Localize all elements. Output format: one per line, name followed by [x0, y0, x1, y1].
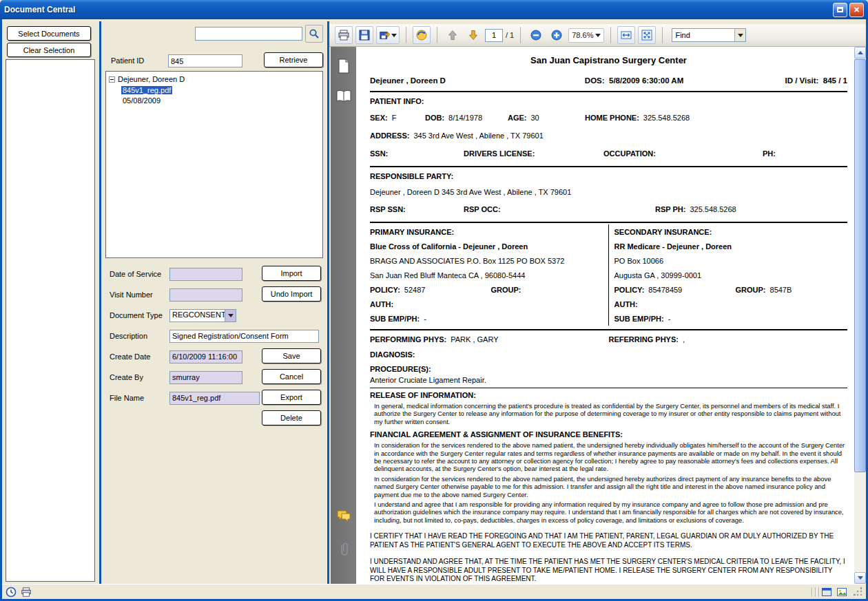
- divider: [370, 91, 847, 92]
- page-icon: [337, 58, 351, 74]
- find-combobox[interactable]: Find: [672, 28, 746, 42]
- document-type-combobox[interactable]: REGCONSENT: [169, 309, 236, 322]
- status-separator: [818, 587, 819, 597]
- search-icon: [309, 28, 320, 39]
- tree-root-label: Dejeuner, Doreen D: [118, 75, 185, 83]
- document-type-label: Document Type: [110, 311, 163, 319]
- file-name-input[interactable]: [169, 392, 260, 405]
- create-date-label: Create Date: [110, 352, 150, 361]
- save-button[interactable]: Save: [262, 348, 321, 363]
- email-document-button[interactable]: [413, 26, 431, 44]
- retrieve-button[interactable]: Retrieve: [264, 52, 323, 67]
- toolbar-separator: [610, 27, 611, 43]
- close-button[interactable]: ✕: [849, 3, 864, 17]
- window-icon: [821, 587, 832, 598]
- search-button[interactable]: [305, 25, 323, 43]
- patient-id-input[interactable]: [168, 54, 242, 67]
- image-view-button[interactable]: [836, 586, 848, 598]
- viewer-window-button[interactable]: [820, 586, 833, 598]
- resize-grip[interactable]: [854, 587, 863, 597]
- patient-id-label: Patient ID: [111, 56, 144, 65]
- secondary-insurance-column: SECONDARY INSURANCE: RR Medicare - Dejeu…: [609, 224, 848, 326]
- clear-selection-button[interactable]: Clear Selection: [7, 43, 91, 57]
- vertical-scrollbar[interactable]: [854, 47, 866, 584]
- divider: [370, 166, 847, 167]
- tree-root-node[interactable]: Dejeuner, Doreen D: [109, 74, 320, 85]
- paperclip-icon: [338, 541, 350, 558]
- date-of-service-input[interactable]: [169, 268, 242, 281]
- scroll-down-button[interactable]: [854, 572, 866, 584]
- tree-item-document[interactable]: 845v1_reg.pdf: [121, 85, 320, 95]
- print-button[interactable]: [335, 26, 353, 44]
- save-document-button[interactable]: [355, 26, 373, 44]
- find-label: Find: [672, 31, 734, 39]
- image-icon: [836, 587, 847, 598]
- physicians-row: PERFORMING PHYS:PARK , GARY REFERRING PH…: [370, 332, 847, 347]
- thumbnails-panel-button[interactable]: [335, 87, 352, 106]
- procedures-label-row: PROCEDURE(S):: [370, 362, 847, 376]
- status-separator: [815, 587, 816, 597]
- fit-page-button[interactable]: [638, 26, 656, 44]
- document-panel: Patient ID Retrieve Dejeuner, Doreen D 8…: [99, 21, 329, 584]
- procedures-value: Anterior Cruciate Ligament Repair.: [370, 376, 847, 388]
- next-page-button[interactable]: [464, 26, 482, 44]
- patient-name: Dejeuner , Doreen D: [370, 76, 585, 85]
- document-type-dropdown-button[interactable]: [225, 310, 236, 321]
- certify-paragraph: I CERTIFY THAT I HAVE READ THE FOREGOING…: [370, 532, 847, 549]
- fit-page-icon: [641, 29, 653, 41]
- chevron-down-icon: [595, 34, 601, 37]
- zoom-out-button[interactable]: [527, 26, 545, 44]
- create-by-input[interactable]: [169, 371, 242, 384]
- fit-width-icon: [620, 29, 632, 41]
- divider: [370, 329, 847, 330]
- export-document-button[interactable]: [376, 26, 400, 44]
- secondary-insurance-heading: SECONDARY INSURANCE:: [614, 228, 712, 236]
- pages-panel-button[interactable]: [335, 56, 352, 76]
- page-number-input[interactable]: [485, 29, 503, 42]
- attachments-button[interactable]: [335, 540, 352, 559]
- date-of-service: DOS: 5/8/2009 6:30:00 AM: [585, 76, 766, 85]
- description-input[interactable]: [169, 330, 319, 343]
- print-status-button[interactable]: [20, 586, 32, 598]
- find-dropdown-button[interactable]: [734, 29, 745, 41]
- cancel-button[interactable]: Cancel: [262, 369, 321, 384]
- close-icon: ✕: [854, 6, 860, 14]
- zoom-level-dropdown[interactable]: 78.6%: [568, 28, 604, 43]
- understand-paragraph: I UNDERSTAND AND AGREE THAT, AT THE TIME…: [370, 558, 847, 584]
- import-button[interactable]: Import: [262, 266, 321, 281]
- email-icon: [415, 29, 428, 41]
- title-bar: Document Central ✕: [0, 0, 868, 19]
- patient-info-row-1: SEX:F DOB:8/14/1978 AGE:30 HOME PHONE:32…: [370, 109, 847, 127]
- zoom-in-button[interactable]: [548, 26, 566, 44]
- selected-documents-list[interactable]: [6, 59, 95, 582]
- history-clock-button[interactable]: [5, 586, 17, 598]
- secondary-insurance-name: RR Medicare - Dejeuner , Doreen: [614, 242, 732, 251]
- scroll-up-button[interactable]: [854, 47, 866, 59]
- annotations-button[interactable]: [335, 507, 352, 526]
- up-arrow-icon: [858, 51, 863, 54]
- visit-number-label: Visit Number: [110, 291, 153, 299]
- export-button[interactable]: Export: [262, 390, 321, 405]
- document-form: Date of Service Visit Number Document Ty…: [105, 264, 323, 434]
- id-visit: ID / Visit: 845 / 1: [766, 76, 847, 85]
- fit-width-button[interactable]: [617, 26, 635, 44]
- minimize-button[interactable]: [833, 3, 847, 17]
- file-name-label: File Name: [110, 394, 144, 402]
- undo-import-button[interactable]: Undo Import: [262, 286, 321, 302]
- previous-page-button[interactable]: [444, 26, 462, 44]
- select-documents-button[interactable]: Select Documents: [7, 26, 91, 41]
- document-page[interactable]: San Juan Capistrano Surgery Center Dejeu…: [356, 47, 854, 584]
- clock-icon: [6, 587, 17, 598]
- collapse-icon[interactable]: [109, 76, 115, 83]
- secondary-insurance-address-1: PO Box 10066: [614, 253, 848, 268]
- create-date-input[interactable]: [169, 350, 242, 363]
- create-by-label: Create By: [110, 373, 143, 381]
- insurance-section: PRIMARY INSURANCE: Blue Cross of Califor…: [370, 224, 847, 326]
- visit-number-input[interactable]: [169, 288, 242, 302]
- search-input[interactable]: [195, 27, 302, 41]
- primary-insurance-name: Blue Cross of California - Dejeuner , Do…: [370, 242, 528, 251]
- page-count-label: / 1: [506, 31, 514, 39]
- scrollbar-thumb[interactable]: [854, 59, 866, 472]
- tree-item-date[interactable]: 05/08/2009: [121, 95, 320, 105]
- delete-button[interactable]: Delete: [262, 410, 321, 425]
